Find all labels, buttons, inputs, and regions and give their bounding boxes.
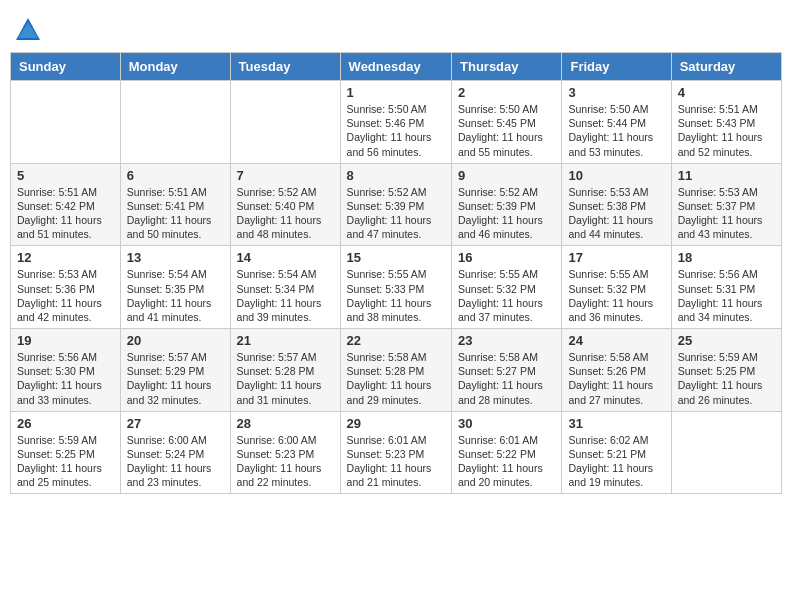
calendar-cell: 24Sunrise: 5:58 AM Sunset: 5:26 PM Dayli… (562, 329, 671, 412)
day-info: Sunrise: 5:52 AM Sunset: 5:39 PM Dayligh… (458, 185, 555, 242)
calendar-cell: 16Sunrise: 5:55 AM Sunset: 5:32 PM Dayli… (452, 246, 562, 329)
calendar-week-row: 26Sunrise: 5:59 AM Sunset: 5:25 PM Dayli… (11, 411, 782, 494)
calendar-cell: 7Sunrise: 5:52 AM Sunset: 5:40 PM Daylig… (230, 163, 340, 246)
calendar-cell: 8Sunrise: 5:52 AM Sunset: 5:39 PM Daylig… (340, 163, 451, 246)
calendar-cell: 22Sunrise: 5:58 AM Sunset: 5:28 PM Dayli… (340, 329, 451, 412)
day-number: 9 (458, 168, 555, 183)
day-info: Sunrise: 5:53 AM Sunset: 5:38 PM Dayligh… (568, 185, 664, 242)
day-number: 7 (237, 168, 334, 183)
day-number: 1 (347, 85, 445, 100)
day-number: 25 (678, 333, 775, 348)
day-number: 24 (568, 333, 664, 348)
calendar-cell (120, 81, 230, 164)
calendar-cell: 12Sunrise: 5:53 AM Sunset: 5:36 PM Dayli… (11, 246, 121, 329)
day-number: 2 (458, 85, 555, 100)
day-info: Sunrise: 6:01 AM Sunset: 5:22 PM Dayligh… (458, 433, 555, 490)
calendar-week-row: 12Sunrise: 5:53 AM Sunset: 5:36 PM Dayli… (11, 246, 782, 329)
calendar-header-monday: Monday (120, 53, 230, 81)
day-number: 30 (458, 416, 555, 431)
calendar-cell: 31Sunrise: 6:02 AM Sunset: 5:21 PM Dayli… (562, 411, 671, 494)
day-info: Sunrise: 5:51 AM Sunset: 5:42 PM Dayligh… (17, 185, 114, 242)
day-info: Sunrise: 5:56 AM Sunset: 5:30 PM Dayligh… (17, 350, 114, 407)
day-info: Sunrise: 5:55 AM Sunset: 5:32 PM Dayligh… (568, 267, 664, 324)
day-info: Sunrise: 5:54 AM Sunset: 5:34 PM Dayligh… (237, 267, 334, 324)
day-info: Sunrise: 5:55 AM Sunset: 5:33 PM Dayligh… (347, 267, 445, 324)
calendar-cell: 9Sunrise: 5:52 AM Sunset: 5:39 PM Daylig… (452, 163, 562, 246)
calendar-cell: 27Sunrise: 6:00 AM Sunset: 5:24 PM Dayli… (120, 411, 230, 494)
day-info: Sunrise: 5:53 AM Sunset: 5:37 PM Dayligh… (678, 185, 775, 242)
day-number: 4 (678, 85, 775, 100)
day-info: Sunrise: 5:59 AM Sunset: 5:25 PM Dayligh… (678, 350, 775, 407)
logo (14, 16, 44, 44)
calendar-header-thursday: Thursday (452, 53, 562, 81)
day-number: 18 (678, 250, 775, 265)
day-info: Sunrise: 5:50 AM Sunset: 5:45 PM Dayligh… (458, 102, 555, 159)
day-info: Sunrise: 5:54 AM Sunset: 5:35 PM Dayligh… (127, 267, 224, 324)
calendar-cell (11, 81, 121, 164)
day-number: 14 (237, 250, 334, 265)
calendar-week-row: 1Sunrise: 5:50 AM Sunset: 5:46 PM Daylig… (11, 81, 782, 164)
day-number: 27 (127, 416, 224, 431)
day-info: Sunrise: 5:57 AM Sunset: 5:28 PM Dayligh… (237, 350, 334, 407)
day-info: Sunrise: 6:00 AM Sunset: 5:24 PM Dayligh… (127, 433, 224, 490)
calendar-cell: 17Sunrise: 5:55 AM Sunset: 5:32 PM Dayli… (562, 246, 671, 329)
day-info: Sunrise: 6:00 AM Sunset: 5:23 PM Dayligh… (237, 433, 334, 490)
day-info: Sunrise: 5:58 AM Sunset: 5:26 PM Dayligh… (568, 350, 664, 407)
day-number: 3 (568, 85, 664, 100)
calendar-header-friday: Friday (562, 53, 671, 81)
day-info: Sunrise: 5:55 AM Sunset: 5:32 PM Dayligh… (458, 267, 555, 324)
day-number: 31 (568, 416, 664, 431)
day-info: Sunrise: 5:59 AM Sunset: 5:25 PM Dayligh… (17, 433, 114, 490)
day-number: 10 (568, 168, 664, 183)
calendar-cell: 30Sunrise: 6:01 AM Sunset: 5:22 PM Dayli… (452, 411, 562, 494)
calendar-cell: 21Sunrise: 5:57 AM Sunset: 5:28 PM Dayli… (230, 329, 340, 412)
day-number: 16 (458, 250, 555, 265)
calendar-header-wednesday: Wednesday (340, 53, 451, 81)
calendar-cell: 14Sunrise: 5:54 AM Sunset: 5:34 PM Dayli… (230, 246, 340, 329)
calendar-cell: 3Sunrise: 5:50 AM Sunset: 5:44 PM Daylig… (562, 81, 671, 164)
day-number: 23 (458, 333, 555, 348)
day-number: 15 (347, 250, 445, 265)
day-info: Sunrise: 5:51 AM Sunset: 5:41 PM Dayligh… (127, 185, 224, 242)
calendar-week-row: 5Sunrise: 5:51 AM Sunset: 5:42 PM Daylig… (11, 163, 782, 246)
day-number: 19 (17, 333, 114, 348)
day-number: 21 (237, 333, 334, 348)
calendar-cell: 2Sunrise: 5:50 AM Sunset: 5:45 PM Daylig… (452, 81, 562, 164)
day-info: Sunrise: 5:58 AM Sunset: 5:27 PM Dayligh… (458, 350, 555, 407)
calendar-cell: 19Sunrise: 5:56 AM Sunset: 5:30 PM Dayli… (11, 329, 121, 412)
day-number: 8 (347, 168, 445, 183)
day-number: 17 (568, 250, 664, 265)
day-number: 28 (237, 416, 334, 431)
day-info: Sunrise: 5:50 AM Sunset: 5:46 PM Dayligh… (347, 102, 445, 159)
day-info: Sunrise: 5:51 AM Sunset: 5:43 PM Dayligh… (678, 102, 775, 159)
calendar-cell (671, 411, 781, 494)
day-number: 13 (127, 250, 224, 265)
calendar-cell: 13Sunrise: 5:54 AM Sunset: 5:35 PM Dayli… (120, 246, 230, 329)
calendar-cell: 6Sunrise: 5:51 AM Sunset: 5:41 PM Daylig… (120, 163, 230, 246)
calendar-cell: 20Sunrise: 5:57 AM Sunset: 5:29 PM Dayli… (120, 329, 230, 412)
calendar-header-sunday: Sunday (11, 53, 121, 81)
day-info: Sunrise: 6:02 AM Sunset: 5:21 PM Dayligh… (568, 433, 664, 490)
calendar-cell: 25Sunrise: 5:59 AM Sunset: 5:25 PM Dayli… (671, 329, 781, 412)
day-number: 12 (17, 250, 114, 265)
calendar-cell: 11Sunrise: 5:53 AM Sunset: 5:37 PM Dayli… (671, 163, 781, 246)
day-info: Sunrise: 5:58 AM Sunset: 5:28 PM Dayligh… (347, 350, 445, 407)
day-info: Sunrise: 5:57 AM Sunset: 5:29 PM Dayligh… (127, 350, 224, 407)
calendar-cell: 26Sunrise: 5:59 AM Sunset: 5:25 PM Dayli… (11, 411, 121, 494)
calendar-table: SundayMondayTuesdayWednesdayThursdayFrid… (10, 52, 782, 494)
svg-marker-1 (18, 22, 38, 38)
calendar-cell: 1Sunrise: 5:50 AM Sunset: 5:46 PM Daylig… (340, 81, 451, 164)
calendar-cell: 23Sunrise: 5:58 AM Sunset: 5:27 PM Dayli… (452, 329, 562, 412)
calendar-cell: 29Sunrise: 6:01 AM Sunset: 5:23 PM Dayli… (340, 411, 451, 494)
day-number: 26 (17, 416, 114, 431)
calendar-cell (230, 81, 340, 164)
calendar-cell: 10Sunrise: 5:53 AM Sunset: 5:38 PM Dayli… (562, 163, 671, 246)
day-number: 22 (347, 333, 445, 348)
day-info: Sunrise: 5:50 AM Sunset: 5:44 PM Dayligh… (568, 102, 664, 159)
day-info: Sunrise: 5:56 AM Sunset: 5:31 PM Dayligh… (678, 267, 775, 324)
day-info: Sunrise: 5:52 AM Sunset: 5:39 PM Dayligh… (347, 185, 445, 242)
calendar-cell: 15Sunrise: 5:55 AM Sunset: 5:33 PM Dayli… (340, 246, 451, 329)
day-info: Sunrise: 6:01 AM Sunset: 5:23 PM Dayligh… (347, 433, 445, 490)
day-number: 20 (127, 333, 224, 348)
day-number: 29 (347, 416, 445, 431)
